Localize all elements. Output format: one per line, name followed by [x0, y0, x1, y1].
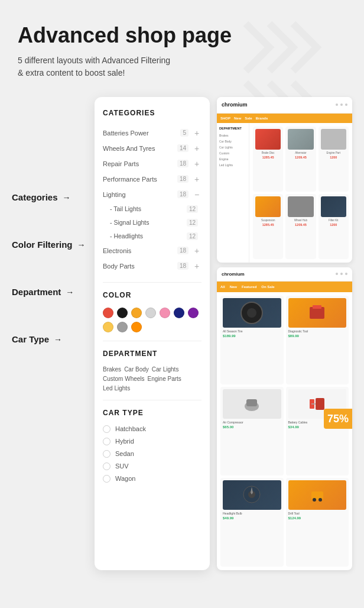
shop2-product-price-5: $49.99: [223, 516, 281, 520]
shop-product-1: Brake Disc 1285.45: [253, 127, 283, 192]
color-dot-purple[interactable]: [188, 308, 199, 318]
color-dot-yellow[interactable]: [103, 322, 113, 332]
dept-car-lights[interactable]: Car Lights: [152, 366, 179, 373]
shop2-product-name-5: Headlight Bulb: [223, 512, 281, 515]
category-row-performance[interactable]: Performance Parts 18 +: [103, 172, 202, 187]
category-count-electronis: 18: [177, 247, 188, 254]
expand-btn-body-parts[interactable]: +: [192, 261, 202, 271]
dept-engine-parts[interactable]: Engine Parts: [148, 376, 181, 382]
category-name-electronis: Electronis: [103, 247, 177, 254]
shop2-product-1: All Season Tire $189.99: [220, 296, 284, 384]
product-price-3: 1200: [330, 156, 337, 159]
category-row-headlights[interactable]: - Headlights 12: [103, 229, 202, 243]
dept-led-lights[interactable]: Led Lights: [103, 385, 130, 392]
svg-point-13: [318, 498, 322, 502]
sidebar-item-car-type[interactable]: Car Type →: [12, 316, 95, 363]
sidebar-label-car-type: Car Type: [12, 334, 49, 344]
category-row-body-parts[interactable]: Body Parts 18 +: [103, 258, 202, 274]
shop2-product-name-3: Air Compressor: [223, 421, 281, 424]
shop-product-5: Wheel Hub 1209.45: [285, 194, 316, 259]
category-row-wheels[interactable]: Wheels And Tyres 14 +: [103, 141, 202, 156]
dept-custom-wheels[interactable]: Custom Wheels: [103, 376, 145, 382]
page-title: Advanced shop page: [18, 24, 346, 47]
category-count-tail-lights: 12: [187, 205, 198, 213]
dept-brakes[interactable]: Brakes: [103, 366, 121, 373]
car-type-hatchback[interactable]: Hatchback: [103, 425, 202, 433]
shop-nav-1: [336, 104, 347, 106]
shop2-product-name-1: All Season Tire: [223, 329, 281, 333]
category-name-headlights: - Headlights: [110, 232, 187, 240]
shop2-bar-text-2: New: [230, 285, 237, 289]
radio-hatchback[interactable]: [103, 425, 110, 433]
product-img-1: [255, 129, 281, 150]
arrow-icon-color-filtering: →: [77, 240, 86, 250]
car-type-suv[interactable]: SUV: [103, 463, 202, 470]
color-dot-red[interactable]: [103, 308, 113, 318]
category-name-tail-lights: - Tail Lights: [110, 205, 187, 212]
sidebar-item-department[interactable]: Department →: [12, 269, 95, 316]
category-name-body-parts: Body Parts: [103, 263, 177, 270]
category-count-repair: 18: [177, 160, 188, 167]
arrow-icon-car-type: →: [54, 335, 62, 344]
divider-3: [103, 400, 202, 400]
product-img-5: [288, 196, 313, 217]
category-row-repair[interactable]: Repair Parts 18 +: [103, 156, 202, 172]
radio-hybrid[interactable]: [103, 438, 110, 445]
color-dot-orange[interactable]: [131, 308, 142, 318]
sidebar-labels: Categories → Color Filtering → Departmen…: [12, 97, 95, 570]
shop2-product-price-1: $189.99: [223, 334, 281, 338]
sidebar-item-color-filtering[interactable]: Color Filtering →: [12, 221, 95, 269]
category-row-electronis[interactable]: Electronis 18 +: [103, 243, 202, 258]
color-dot-amber[interactable]: [131, 322, 142, 332]
shop-logo-1: chromium: [222, 102, 248, 108]
expand-btn-wheels[interactable]: +: [192, 144, 202, 153]
product-img-6: [321, 196, 346, 217]
category-name-lighting: Lighting: [103, 191, 177, 198]
shop-sidebar-item-6: Led Lights: [219, 162, 246, 168]
shop2-product-4: Battery Cables $34.99: [286, 387, 349, 476]
category-row-lighting[interactable]: Lighting 18 −: [103, 187, 202, 202]
shop-sidebar-title: DEPARTMENT: [219, 127, 246, 130]
category-row-batteries[interactable]: Batteries Power 5 +: [103, 125, 202, 141]
expand-btn-batteries[interactable]: +: [192, 128, 202, 138]
product-price-4: 1285.45: [262, 223, 274, 227]
shop2-product-5: Headlight Bulb $49.99: [220, 478, 284, 567]
shop-yellow-bar-2: All New Featured On Sale: [217, 282, 352, 292]
product-name-4: Suspension: [261, 219, 275, 222]
radio-sedan[interactable]: [103, 450, 110, 458]
categories-title: CATEGORIES: [103, 109, 202, 117]
category-row-tail-lights[interactable]: - Tail Lights 12: [103, 202, 202, 216]
shop-bar-text-2: New: [234, 117, 241, 120]
shop-nav-2: [336, 273, 347, 275]
expand-btn-performance[interactable]: +: [192, 174, 202, 184]
color-dot-black[interactable]: [117, 308, 128, 318]
sidebar-item-categories[interactable]: Categories →: [12, 174, 95, 221]
color-dot-light-gray[interactable]: [145, 308, 156, 318]
shop2-product-img-3: [223, 389, 281, 419]
svg-rect-7: [316, 398, 324, 410]
car-type-title: CAR TYPE: [103, 409, 202, 417]
arrow-icon-department: →: [66, 287, 74, 297]
radio-suv[interactable]: [103, 463, 110, 470]
product-name-5: Wheel Hub: [294, 219, 307, 222]
color-title: COLOR: [103, 291, 202, 299]
color-dot-dark-blue[interactable]: [174, 308, 184, 318]
car-type-sedan[interactable]: Sedan: [103, 450, 202, 458]
category-name-repair: Repair Parts: [103, 160, 177, 167]
shop2-product-name-6: Drill Tool: [288, 512, 347, 515]
shop-product-3: Engine Part 1200: [318, 127, 349, 192]
category-row-signal-lights[interactable]: - Signal Lights 12: [103, 216, 202, 229]
color-dot-gray[interactable]: [117, 322, 128, 332]
shop-header-2: chromium: [217, 267, 352, 282]
expand-btn-electronis[interactable]: +: [192, 246, 202, 256]
radio-wagon[interactable]: [103, 475, 110, 483]
arrow-icon-categories: →: [63, 193, 71, 202]
color-dot-pink[interactable]: [160, 308, 170, 318]
collapse-btn-lighting[interactable]: −: [192, 190, 202, 199]
expand-btn-repair[interactable]: +: [192, 159, 202, 169]
category-count-performance: 18: [177, 175, 188, 183]
dept-car-body[interactable]: Car Body: [124, 366, 149, 373]
car-type-hybrid[interactable]: Hybrid: [103, 438, 202, 445]
car-type-wagon[interactable]: Wagon: [103, 475, 202, 483]
nav-dot-1: [336, 104, 338, 106]
